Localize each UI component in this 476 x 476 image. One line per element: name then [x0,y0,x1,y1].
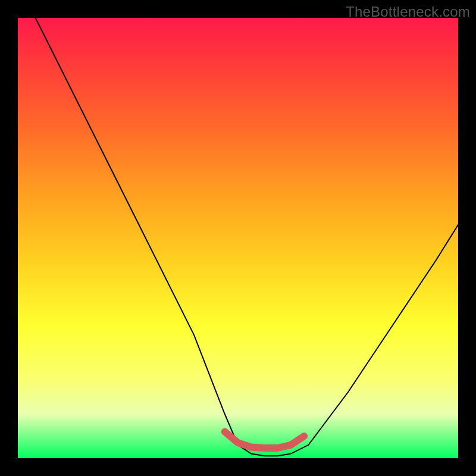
chart-svg [18,18,458,458]
main-curve [36,18,458,456]
watermark-text: TheBottleneck.com [346,4,470,20]
plot-area [18,18,458,458]
flat-bottom-highlight [225,432,304,448]
